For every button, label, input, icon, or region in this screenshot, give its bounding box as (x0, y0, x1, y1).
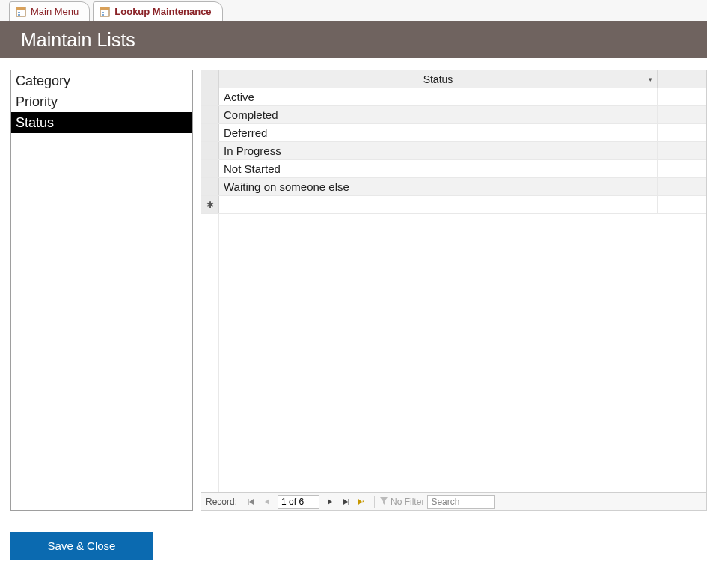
cell-status[interactable] (219, 196, 658, 213)
svg-marker-10 (265, 499, 269, 505)
empty-row (201, 304, 706, 322)
cell-gutter (658, 106, 706, 123)
nav-prev-button[interactable] (261, 495, 275, 509)
empty-row (201, 483, 706, 492)
list-item-priority[interactable]: Priority (11, 91, 192, 112)
empty-row (201, 465, 706, 483)
row-selector[interactable] (201, 88, 219, 105)
form-icon (16, 7, 26, 17)
datasheet-body: ActiveCompletedDeferredIn ProgressNot St… (201, 88, 706, 492)
cell-status[interactable]: Not Started (219, 160, 658, 177)
tab-label: Lookup Maintenance (114, 6, 211, 17)
nav-last-button[interactable] (339, 495, 352, 509)
cell-gutter (658, 160, 706, 177)
empty-row (201, 429, 706, 447)
column-header-label: Status (423, 73, 453, 85)
funnel-icon (380, 497, 388, 507)
svg-rect-5 (100, 7, 109, 10)
svg-rect-3 (18, 14, 20, 16)
list-item-category[interactable]: Category (11, 70, 192, 91)
record-position-input[interactable] (278, 495, 319, 509)
lookup-listbox[interactable]: Category Priority Status (10, 70, 193, 511)
form-header: Maintain Lists (0, 21, 707, 58)
action-area: Save & Close (0, 511, 707, 560)
table-row[interactable]: Completed (201, 106, 706, 124)
svg-rect-6 (102, 12, 104, 13)
table-row[interactable]: Not Started (201, 160, 706, 178)
cell-gutter (658, 88, 706, 105)
filter-status[interactable]: No Filter (380, 497, 424, 507)
empty-row (201, 214, 706, 232)
svg-marker-16 (380, 497, 388, 505)
filter-label: No Filter (391, 497, 424, 507)
nav-separator (374, 496, 375, 508)
datasheet-header-row: Status ▾ (201, 70, 706, 88)
svg-marker-11 (328, 499, 332, 505)
empty-row (201, 393, 706, 411)
new-record-row[interactable]: ✱ (201, 196, 706, 214)
datasheet: Status ▾ ActiveCompletedDeferredIn Progr… (201, 70, 707, 511)
table-row[interactable]: In Progress (201, 142, 706, 160)
row-selector[interactable] (201, 142, 219, 159)
cell-status[interactable]: Active (219, 88, 658, 105)
svg-rect-2 (18, 12, 20, 13)
empty-row (201, 411, 706, 429)
empty-row (201, 286, 706, 304)
svg-rect-8 (248, 499, 249, 505)
cell-gutter (658, 178, 706, 195)
empty-row (201, 340, 706, 358)
svg-text:*: * (362, 499, 364, 506)
empty-row (201, 447, 706, 465)
row-selector[interactable] (201, 124, 219, 141)
nav-first-button[interactable] (245, 495, 258, 509)
row-selector[interactable] (201, 178, 219, 195)
cell-status[interactable]: Waiting on someone else (219, 178, 658, 195)
cell-status[interactable]: Deferred (219, 124, 658, 141)
empty-row (201, 268, 706, 286)
cell-status[interactable]: Completed (219, 106, 658, 123)
row-selector[interactable] (201, 160, 219, 177)
record-navigator: Record: * No Filter (201, 492, 706, 510)
form-icon (100, 7, 110, 17)
cell-status[interactable]: In Progress (219, 142, 658, 159)
empty-row (201, 358, 706, 376)
tab-main-menu[interactable]: Main Menu (9, 1, 90, 21)
nav-new-record-button[interactable]: * (355, 495, 369, 509)
column-gutter (658, 70, 706, 88)
select-all-cell[interactable] (201, 70, 219, 88)
new-record-indicator-icon: ✱ (201, 196, 219, 213)
column-header-status[interactable]: Status ▾ (219, 70, 658, 88)
empty-row (201, 322, 706, 340)
empty-row (201, 376, 706, 393)
tab-bar: Main Menu Lookup Maintenance (0, 0, 707, 21)
cell-gutter (658, 196, 706, 213)
nav-next-button[interactable] (322, 495, 336, 509)
cell-gutter (658, 124, 706, 141)
search-input[interactable] (427, 495, 495, 509)
page-title: Maintain Lists (21, 29, 135, 51)
row-selector[interactable] (201, 106, 219, 123)
svg-rect-7 (102, 14, 104, 16)
save-close-button[interactable]: Save & Close (10, 532, 153, 560)
tab-label: Main Menu (31, 6, 79, 17)
record-label: Record: (206, 497, 237, 507)
svg-rect-13 (349, 499, 350, 505)
work-area: Category Priority Status Status ▾ Active… (0, 58, 707, 511)
svg-rect-1 (16, 7, 25, 10)
column-filter-dropdown-icon[interactable]: ▾ (649, 76, 652, 83)
table-row[interactable]: Deferred (201, 124, 706, 142)
table-row[interactable]: Waiting on someone else (201, 178, 706, 196)
svg-marker-12 (343, 499, 348, 505)
svg-marker-9 (249, 499, 254, 505)
cell-gutter (658, 142, 706, 159)
empty-row (201, 250, 706, 268)
table-row[interactable]: Active (201, 88, 706, 106)
tab-lookup-maintenance[interactable]: Lookup Maintenance (93, 1, 222, 21)
list-item-status[interactable]: Status (11, 112, 192, 133)
empty-row (201, 232, 706, 250)
